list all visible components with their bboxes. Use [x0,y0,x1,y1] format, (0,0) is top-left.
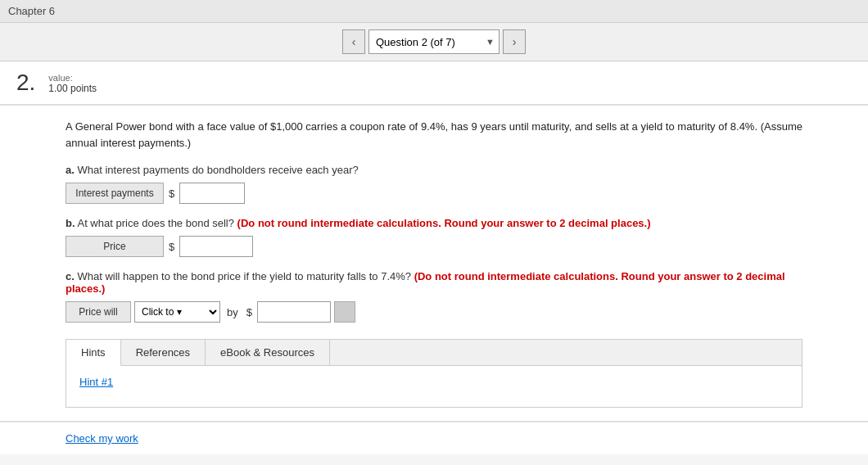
price-input[interactable] [179,236,253,257]
sub-a-dollar: $ [169,187,174,200]
sub-question-b: b. At what price does the bond sell? (Do… [66,217,802,257]
price-label: Price [66,236,164,257]
sub-question-a: a. What interest payments do bondholders… [66,164,802,204]
sub-c-label: c. What will happen to the bond price if… [66,270,802,295]
sub-a-input-row: Interest payments $ [66,183,802,204]
question-body: A General Power bond with a face value o… [0,106,868,421]
question-container: 2. value: 1.00 points A General Power bo… [0,61,868,454]
sub-c-letter: c. [66,270,75,282]
sub-c-gray-box [334,301,355,323]
price-change-input[interactable] [257,301,331,323]
sub-b-letter: b. [66,217,75,229]
sub-b-label: b. At what price does the bond sell? (Do… [66,217,802,229]
price-direction-dropdown[interactable]: Click to ▾ increase decrease stay the sa… [134,301,220,323]
sub-c-dollar: $ [246,306,252,318]
tabs-container: Hints References eBook & Resources Hint … [66,339,802,408]
sub-b-text: At what price does the bond sell? [77,217,234,229]
sub-c-input-row: Price will Click to ▾ increase decrease … [66,301,802,323]
question-number: 2. [16,71,35,94]
value-block: value: 1.00 points [48,71,97,94]
hint-1-link[interactable]: Hint #1 [79,376,113,388]
next-question-button[interactable]: › [503,29,526,54]
sub-a-text: What interest payments do bondholders re… [77,164,358,176]
value-text: 1.00 points [48,83,97,94]
check-my-work-link[interactable]: Check my work [66,432,138,445]
value-label: value: [48,73,97,83]
sub-b-input-row: Price $ [66,236,802,257]
chapter-label: Chapter 6 [8,5,55,17]
top-bar: Chapter 6 [0,0,868,23]
question-selector-wrap: Question 1 (of 7) Question 2 (of 7) Ques… [368,29,500,54]
footer-bar: Check my work [0,422,868,454]
sub-b-red-text: (Do not round intermediate calculations.… [237,217,651,229]
price-will-label: Price will [66,301,131,323]
question-body-text: A General Power bond with a face value o… [66,119,802,151]
navigation-bar: ‹ Question 1 (of 7) Question 2 (of 7) Qu… [0,23,868,61]
interest-payments-input[interactable] [179,183,245,204]
question-header: 2. value: 1.00 points [0,61,868,105]
by-text: by [227,306,238,318]
sub-a-letter: a. [66,164,75,176]
tab-ebook[interactable]: eBook & Resources [206,340,330,365]
sub-question-c: c. What will happen to the bond price if… [66,270,802,323]
tab-hints[interactable]: Hints [66,340,121,366]
prev-question-button[interactable]: ‹ [342,29,365,54]
tabs-content: Hint #1 [66,366,802,407]
tab-references[interactable]: References [121,340,206,365]
sub-a-label: a. What interest payments do bondholders… [66,164,802,176]
sub-b-dollar: $ [169,241,174,253]
tabs-header: Hints References eBook & Resources [66,340,802,366]
question-selector[interactable]: Question 1 (of 7) Question 2 (of 7) Ques… [368,29,500,54]
interest-payments-label: Interest payments [66,183,164,204]
sub-c-text: What will happen to the bond price if th… [77,270,411,282]
